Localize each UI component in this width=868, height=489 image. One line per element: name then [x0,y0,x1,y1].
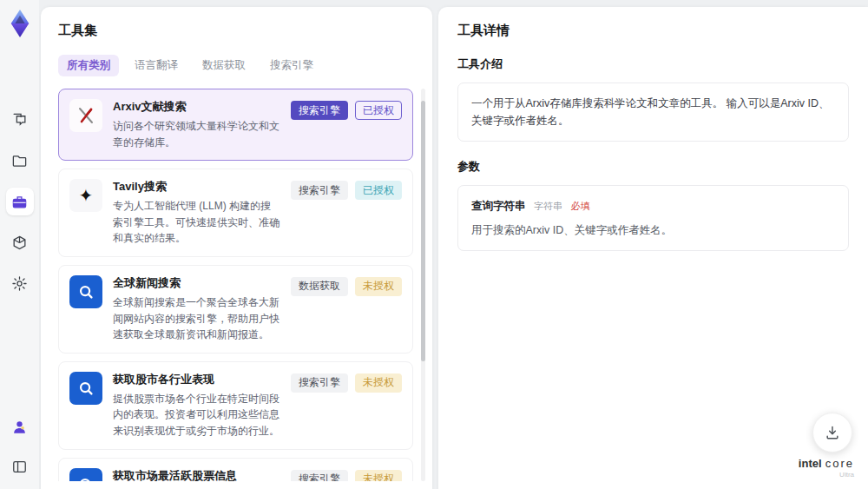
toolset-panel: 工具集 所有类别 语言翻译 数据获取 搜索引擎 Arxiv文献搜索 访问各个研究… [41,7,432,489]
chat-icon [11,112,28,129]
tool-name: 全球新闻搜索 [113,275,280,291]
intro-heading: 工具介绍 [457,56,849,72]
auth-status-badge: 未授权 [355,373,402,393]
auth-status-badge: 已授权 [355,101,402,120]
category-badge: 数据获取 [291,277,348,296]
download-button[interactable] [812,413,852,453]
panel-toggle-icon [11,459,28,475]
intel-core-logo: intel core Ultra [799,457,854,479]
news-search-icon [69,372,102,405]
param-item: 查询字符串 字符串 必填 用于搜索的Arxiv ID、关键字或作者姓名。 [457,185,849,251]
sidebar-item-files[interactable] [6,147,34,175]
scrollbar-thumb[interactable] [421,101,425,361]
tool-card-sector-performance[interactable]: 获取股市各行业表现 提供股票市场各个行业在特定时间段内的表现。投资者可以利用这些… [58,361,413,450]
sidebar-item-toolset[interactable] [6,188,34,215]
auth-status-badge: 已授权 [355,181,402,200]
tavily-star-icon: ✦ [69,179,102,212]
tool-name: 获取市场最活跃股票信息 [113,468,280,481]
tool-card-global-news[interactable]: 全球新闻搜索 全球新闻搜索是一个聚合全球各大新闻网站内容的搜索引擎，帮助用户快速… [58,265,413,354]
category-badge: 搜索引擎 [291,181,348,200]
news-search-icon [69,468,102,481]
sidebar-item-chat[interactable] [6,106,34,134]
tool-description: 访问各个研究领域大量科学论文和文章的存储库。 [113,118,280,150]
category-badge: 搜索引擎 [291,373,348,393]
tab-data-fetch[interactable]: 数据获取 [194,55,254,76]
profile-avatar[interactable] [6,413,34,440]
category-tabs: 所有类别 语言翻译 数据获取 搜索引擎 [58,55,432,76]
tool-card-most-active-stocks[interactable]: 获取市场最活跃股票信息 提供当天交易量最高的股票列表。投资者可以利用这些信息来识… [58,458,413,481]
params-heading: 参数 [457,159,849,175]
collapse-sidebar-button[interactable] [6,453,34,480]
param-type: 字符串 [534,201,562,211]
tool-description: 专为人工智能代理 (LLM) 构建的搜索引擎工具。可快速提供实时、准确和真实的结… [113,198,280,247]
category-badge: 搜索引擎 [291,470,348,481]
user-icon [11,419,28,435]
tool-description: 提供股票市场各个行业在特定时间段内的表现。投资者可以利用这些信息来识别表现优于或… [113,391,280,439]
param-name: 查询字符串 [471,200,526,212]
page-title: 工具集 [58,23,432,39]
intro-text: 一个用于从Arxiv存储库搜索科学论文和文章的工具。 输入可以是Arxiv ID… [457,83,849,142]
sidebar-item-models[interactable] [6,228,34,256]
detail-title: 工具详情 [457,23,849,39]
tool-description: 全球新闻搜索是一个聚合全球各大新闻网站内容的搜索引擎，帮助用户快速获取全球最新资… [113,294,280,343]
tool-name: 获取股市各行业表现 [113,372,280,387]
app-logo-icon [7,9,33,38]
tab-translation[interactable]: 语言翻译 [126,55,187,76]
tool-detail-panel: 工具详情 工具介绍 一个用于从Arxiv存储库搜索科学论文和文章的工具。 输入可… [438,7,868,489]
tool-card-arxiv[interactable]: Arxiv文献搜索 访问各个研究领域大量科学论文和文章的存储库。 搜索引擎 已授… [58,89,413,161]
category-badge: 搜索引擎 [291,101,348,120]
tab-search-engine[interactable]: 搜索引擎 [261,55,322,76]
tool-card-tavily[interactable]: ✦ Tavily搜索 专为人工智能代理 (LLM) 构建的搜索引擎工具。可快速提… [58,169,413,257]
param-description: 用于搜索的Arxiv ID、关键字或作者姓名。 [471,221,835,239]
param-required-flag: 必填 [570,201,589,211]
tool-name: Tavily搜索 [113,179,280,195]
auth-status-badge: 未授权 [355,470,402,481]
ultra-badge: Ultra [799,471,854,479]
gear-icon [11,275,28,292]
tool-name: Arxiv文献搜索 [113,99,280,115]
cube-icon [11,235,28,251]
download-icon [824,424,841,441]
auth-status-badge: 未授权 [355,277,402,296]
tool-list: Arxiv文献搜索 访问各个研究领域大量科学论文和文章的存储库。 搜索引擎 已授… [58,89,432,481]
folder-icon [11,153,28,169]
sidebar-item-settings[interactable] [6,269,34,297]
arxiv-logo-icon [69,99,102,132]
tab-all-categories[interactable]: 所有类别 [58,55,119,76]
briefcase-icon [11,194,28,210]
intel-wordmark: intel [799,457,822,470]
news-search-icon [69,275,102,308]
left-sidebar [0,0,39,489]
core-wordmark: core [825,457,854,470]
